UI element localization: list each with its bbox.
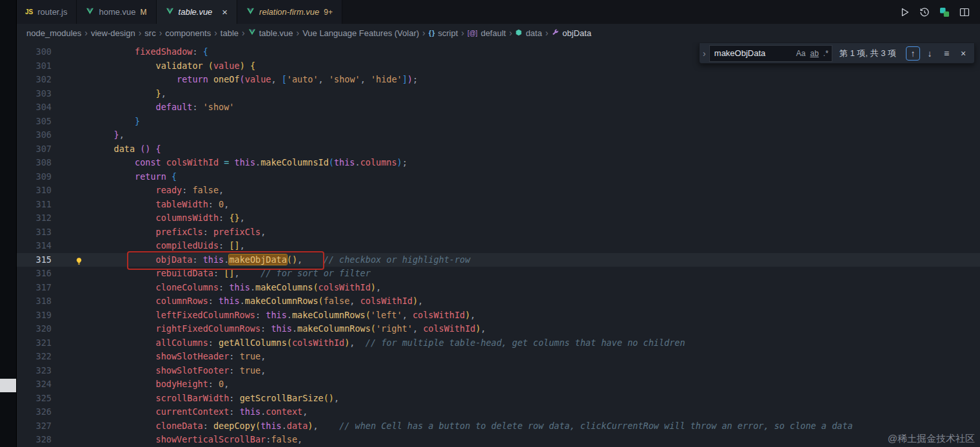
vue-file-icon [166,7,174,17]
breadcrumb-item-volar-provider[interactable]: Vue Language Features (Volar) [302,28,419,38]
run-button[interactable] [899,7,910,17]
breadcrumb-label: default [481,28,506,38]
breadcrumb-separator: › [214,28,217,38]
toggle-replace-chevron-icon[interactable]: › [700,43,709,63]
code-line[interactable]: 309 return { [16,170,980,184]
git-modified-badge: M [141,8,147,17]
breadcrumb-item-table-vue[interactable]: table.vue [248,28,293,38]
code-line[interactable]: 307 data () { [16,142,980,157]
code-line[interactable]: 313 prefixCls: prefixCls, [16,225,980,240]
extension-colored-icon[interactable] [939,7,950,17]
code-line[interactable]: 305 } [16,115,980,129]
code-line[interactable]: 308 const colsWithId = this.makeColumnsI… [16,156,980,170]
line-number: 311 [16,198,52,212]
breadcrumb-item-objdata[interactable]: objData [551,28,591,38]
code-line[interactable]: 324 bodyHeight: 0, [16,377,980,392]
code-line[interactable]: 327 cloneData: deepCopy(this.data), // w… [16,419,980,433]
gutter [52,419,93,433]
code-text: return { [93,171,177,182]
code-text: prefixCls: prefixCls, [93,227,266,237]
code-text: cloneColumns: this.makeColumns(colsWithI… [93,282,381,292]
code-line[interactable]: 304 default: 'show' [16,100,980,115]
code-text: objData: this.makeObjData(), // checkbox… [93,254,470,265]
left-strip [0,0,17,447]
breadcrumb-item-view-design[interactable]: view-design [91,28,135,38]
code-line[interactable]: 328 showVerticalScrollBar:false, [16,433,980,447]
code-line[interactable]: 317 cloneColumns: this.makeColumns(colsW… [16,281,980,295]
tab-router-js[interactable]: JS router.js [16,0,77,24]
find-input[interactable] [713,48,792,59]
gutter [52,239,93,253]
breadcrumb-item-data[interactable]: data [515,28,542,38]
code-line[interactable]: 323 showSlotFooter: true, [16,364,980,378]
line-number: 314 [16,239,52,253]
close-find-button[interactable]: × [956,46,970,61]
code-line[interactable]: 325 scrollBarWidth: getScrollBarSize(), [16,392,980,406]
breadcrumb-item-default[interactable]: [@] default [467,28,506,38]
breadcrumb-label: src [144,28,155,38]
gutter [52,184,93,198]
split-editor-icon[interactable] [959,7,970,17]
tab-label: table.vue [179,7,213,17]
breadcrumb: node_modules › view-design › src › compo… [16,24,980,42]
code-line[interactable]: 302 return oneOf(value, ['auto', 'show',… [16,73,980,87]
line-number: 316 [16,267,52,281]
vue-file-icon [246,7,255,17]
regex-toggle[interactable]: .* [823,49,828,58]
gutter [52,115,93,129]
breadcrumb-item-script[interactable]: { } script [429,28,458,38]
code-line[interactable]: 319 leftFixedColumnRows: this.makeColumn… [16,309,980,323]
code-line[interactable]: 321 allColumns: getAllColumns(colsWithId… [16,336,980,350]
problems-badge: 9+ [324,8,333,17]
breadcrumb-item-table[interactable]: table [220,28,239,38]
tab-home-vue[interactable]: home.vue M [77,0,156,24]
code-text: showSlotFooter: true, [93,365,266,376]
breadcrumb-item-node-modules[interactable]: node_modules [26,28,81,38]
code-line[interactable]: 322 showSlotHeader: true, [16,350,980,364]
tab-label: router.js [37,7,67,17]
line-number: 304 [16,100,52,115]
code-line[interactable]: 311 tableWidth: 0, [16,198,980,212]
line-number: 324 [16,377,52,392]
previous-match-button[interactable]: ↑ [906,46,920,61]
gutter [52,377,93,392]
code-line[interactable]: 303 }, [16,87,980,101]
editor-actions [889,0,980,24]
next-match-button[interactable]: ↓ [923,46,937,61]
tab-relation-firm-vue[interactable]: relation-firm.vue 9+ [237,0,342,24]
gutter [52,309,93,323]
code-line[interactable]: 306 }, [16,128,980,142]
breadcrumb-separator: › [296,28,299,38]
code-line[interactable]: 312 columnsWidth: {}, [16,211,980,225]
gutter [52,294,93,309]
scroll-indicator[interactable] [0,379,16,392]
code-line[interactable]: 320 rightFixedColumnRows: this.makeColum… [16,322,980,336]
breadcrumb-label: objData [562,28,591,38]
code-text: allColumns: getAllColumns(colsWithId), /… [93,338,685,348]
code-line[interactable]: 318 columnRows: this.makeColumnRows(fals… [16,294,980,309]
editor[interactable]: 300 fixedShadow: {301 validator (value) … [16,42,980,447]
breadcrumb-item-components[interactable]: components [165,28,211,38]
line-number: 319 [16,309,52,323]
match-case-toggle[interactable]: Aa [796,49,806,58]
gutter [52,87,93,101]
line-number: 323 [16,364,52,378]
find-in-selection-button[interactable]: ≡ [939,46,954,61]
code-line[interactable]: 314 compiledUids: [], [16,239,980,253]
code-text: ready: false, [93,185,224,195]
code-line[interactable]: 326 currentContext: this.context, [16,405,980,419]
tab-table-vue[interactable]: table.vue × [157,0,238,24]
breadcrumb-item-src[interactable]: src [144,28,155,38]
code-text: const colsWithId = this.makeColumnsId(th… [93,157,407,167]
code-text: columnsWidth: {}, [93,213,245,223]
timeline-history-icon[interactable] [919,7,930,17]
code-text: fixedShadow: { [93,46,208,57]
close-tab-icon[interactable]: × [222,6,228,17]
breadcrumb-separator: › [545,28,549,38]
code-line[interactable]: 315 objData: this.makeObjData(), // chec… [16,253,980,267]
line-number: 312 [16,211,52,225]
code-text: bodyHeight: 0, [93,379,229,389]
code-line[interactable]: 316 rebuildData: [], // for sort or filt… [16,267,980,281]
whole-word-toggle[interactable]: ab [810,49,818,58]
code-line[interactable]: 310 ready: false, [16,184,980,198]
